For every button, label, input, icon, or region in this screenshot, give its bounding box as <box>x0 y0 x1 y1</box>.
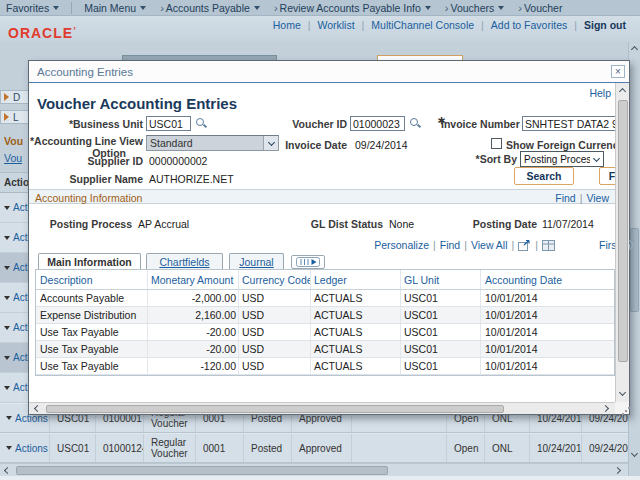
scroll-left-arrow[interactable] <box>2 465 13 476</box>
scroll-up-arrow[interactable] <box>629 44 640 55</box>
background-row-actions-selected[interactable]: Actions <box>0 253 28 283</box>
download-grid-icon[interactable] <box>542 240 555 251</box>
empty-cell <box>352 434 447 462</box>
modal-title: Accounting Entries <box>37 66 133 78</box>
posting-date-label: Posting Date <box>429 218 537 230</box>
actions-caret-icon <box>6 416 12 420</box>
worklist-link[interactable]: Worklist <box>317 19 354 31</box>
section-title: Accounting Information <box>35 192 142 204</box>
actions-caret-icon <box>4 386 10 390</box>
popout-grid-icon[interactable] <box>518 240 531 251</box>
column-header: Ledger <box>311 270 401 289</box>
search-button[interactable]: Search <box>514 167 574 185</box>
actions-caret-icon <box>4 326 10 330</box>
supplier-name-value: AUTHORIZE.NET <box>149 173 234 185</box>
background-row-actions[interactable]: Actions <box>0 223 28 253</box>
modal-titlebar: Accounting Entries × <box>29 61 629 83</box>
background-row-actions[interactable]: Actions <box>0 283 28 313</box>
breadcrumb-accounts-payable[interactable]: Accounts Payable <box>152 2 266 14</box>
collapsed-section-2[interactable]: L <box>0 110 28 124</box>
modal-horizontal-scrollbar[interactable] <box>29 402 615 414</box>
close-icon[interactable]: × <box>611 65 625 78</box>
actions-caret-icon <box>4 266 10 270</box>
lookup-icon[interactable] <box>195 117 207 129</box>
section-links: Find|View <box>555 192 609 204</box>
voucher-id-cell: 01000124 <box>96 434 144 462</box>
expand-arrow-icon <box>4 93 9 101</box>
scrollbar-thumb[interactable] <box>618 100 628 362</box>
personalize-link[interactable]: Personalize <box>374 239 429 251</box>
find-link[interactable]: Find <box>440 239 460 251</box>
scroll-left-arrow[interactable] <box>32 403 43 414</box>
modal-vertical-scrollbar[interactable] <box>615 83 629 402</box>
post-status-cell: Posted <box>244 434 292 462</box>
oracle-logo: ORACLE <box>8 25 77 41</box>
actions-caret-icon <box>4 236 10 240</box>
column-header: Currency Code <box>239 270 311 289</box>
scroll-right-arrow[interactable] <box>612 465 623 476</box>
header-links: Home| Worklist| MultiChannel Console| Ad… <box>273 19 626 31</box>
background-row-actions[interactable]: Actions <box>0 193 28 223</box>
origin-cell: ONL <box>485 434 530 462</box>
scroll-down-arrow[interactable] <box>629 448 640 459</box>
table-row: Accounts Payable -2,000.00 USD ACTUALS U… <box>36 290 614 307</box>
background-row-actions-selected[interactable]: Actions <box>0 343 28 373</box>
multichannel-console-link[interactable]: MultiChannel Console <box>371 19 474 31</box>
actions-caret-icon <box>4 206 10 210</box>
column-header: Monetary Amount <box>148 270 239 289</box>
business-unit-cell: USC01 <box>50 434 96 462</box>
accounting-entries-modal: Accounting Entries × Help Voucher Accoun… <box>28 60 630 415</box>
scroll-down-arrow[interactable] <box>617 387 628 398</box>
collapsed-section-1[interactable]: D <box>0 90 28 104</box>
background-tab-link[interactable]: Vou <box>4 152 30 164</box>
tab-main-information[interactable]: Main Information <box>38 253 141 269</box>
main-menu[interactable]: Main Menu <box>78 2 152 14</box>
breadcrumb-review-ap-info[interactable]: Review Accounts Payable Info <box>266 2 437 14</box>
show-foreign-currency-checkbox[interactable] <box>491 138 502 149</box>
sort-by-label: *Sort By <box>449 153 517 165</box>
scrollbar-thumb[interactable] <box>16 466 388 475</box>
table-row: Use Tax Payable -20.00 USD ACTUALS USC01… <box>36 324 614 341</box>
column-header: Description <box>36 270 148 289</box>
scrollbar-thumb[interactable] <box>46 405 504 413</box>
help-link[interactable]: Help <box>589 87 611 99</box>
open-cell: Open <box>447 434 485 462</box>
invoice-number-input[interactable] <box>522 116 623 131</box>
supplier-id-label: Supplier ID <box>29 155 143 167</box>
actions-menu[interactable]: Actions <box>0 434 50 462</box>
accounting-line-view-label: *Accounting Line View <box>29 135 143 147</box>
column-header: Accounting Date <box>481 270 612 289</box>
gl-dist-status-label: GL Dist Status <box>269 218 383 230</box>
background-row-actions[interactable]: Actions <box>0 313 28 343</box>
breadcrumb: Favorites Main Menu Accounts Payable Rev… <box>0 0 640 16</box>
view-link[interactable]: View <box>586 192 609 204</box>
breadcrumb-vouchers[interactable]: Vouchers <box>437 2 510 14</box>
approval-cell: Approved <box>292 434 352 462</box>
show-all-columns-icon[interactable] <box>291 255 325 269</box>
supplier-id-value: 0000000002 <box>149 155 207 167</box>
chevron-down-icon <box>590 156 603 163</box>
accounting-entries-table: Description Monetary Amount Currency Cod… <box>35 269 615 376</box>
actions-caret-icon <box>6 446 12 450</box>
invoice-number-label: Invoice Number <box>441 118 519 130</box>
background-row-actions[interactable]: Actions <box>0 373 28 403</box>
scroll-right-arrow[interactable] <box>600 403 611 414</box>
sign-out-link[interactable]: Sign out <box>584 19 626 31</box>
screen: Favorites Main Menu Accounts Payable Rev… <box>0 0 640 480</box>
add-to-favorites-link[interactable]: Add to Favorites <box>491 19 567 31</box>
scroll-up-arrow[interactable] <box>617 86 628 97</box>
business-unit-input[interactable] <box>146 116 191 131</box>
bottom-strip <box>0 476 640 480</box>
page-title: Voucher Accounting Entries <box>37 95 237 112</box>
voucher-id-input[interactable] <box>350 116 405 131</box>
lookup-icon[interactable] <box>409 117 421 129</box>
find-link[interactable]: Find <box>555 192 575 204</box>
tab-journal[interactable]: Journal <box>229 253 284 269</box>
sort-by-select[interactable]: Posting Process <box>520 151 604 167</box>
tab-chartfields[interactable]: Chartfields <box>146 253 223 269</box>
resize-grip-icon[interactable] <box>615 402 629 414</box>
favorites-menu[interactable]: Favorites <box>0 2 65 14</box>
view-all-link[interactable]: View All <box>471 239 508 251</box>
page-horizontal-scrollbar[interactable] <box>0 463 628 476</box>
home-link[interactable]: Home <box>273 19 301 31</box>
